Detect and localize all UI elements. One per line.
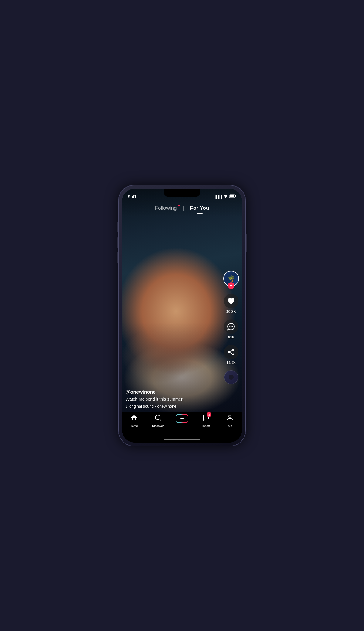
nav-inbox[interactable]: 3 Inbox [194,414,218,428]
following-tab[interactable]: Following [153,204,179,212]
notch [164,189,200,197]
battery-icon [229,194,236,199]
nav-create[interactable]: + [170,414,194,423]
comment-button[interactable] [224,319,238,334]
plus-icon: + [180,416,184,422]
nav-divider: | [183,205,184,211]
profile-icon [226,414,234,423]
home-bar [164,439,200,440]
signal-icon: ▐▐▐ [214,195,222,199]
bottom-navigation: Home Discover + [122,412,242,436]
nav-tabs: Following | For You [153,204,212,212]
avatar-container[interactable]: 🌴 + [223,271,239,287]
home-indicator [122,436,242,443]
me-label: Me [228,424,232,428]
inbox-badge: 3 [207,412,211,417]
music-disc [224,370,238,384]
nav-home[interactable]: Home [122,414,146,428]
discover-icon [154,414,162,423]
svg-point-7 [229,415,231,417]
wifi-icon [224,195,228,199]
for-you-tab[interactable]: For You [188,204,212,212]
svg-point-4 [231,326,231,327]
svg-point-6 [155,415,160,420]
share-action: 11.2k [224,345,238,365]
video-feed[interactable]: 9:41 ▐▐▐ [122,189,242,412]
svg-point-5 [232,326,233,327]
creator-username[interactable]: @onewinone [126,389,219,395]
live-dot [178,205,180,206]
like-count: 30.8K [226,310,236,314]
phone-frame: 9:41 ▐▐▐ [118,185,246,446]
svg-rect-1 [235,195,236,197]
creator-avatar-item: 🌴 + [223,271,239,288]
like-button[interactable] [224,294,238,308]
music-note-icon: ♩ [126,404,127,409]
sound-info[interactable]: ♩ original sound - onewinone [126,404,219,409]
comment-action: 918 [224,319,238,339]
inbox-wrapper: 3 [202,414,210,423]
sound-name: original sound - onewinone [129,404,176,409]
home-icon [130,414,138,423]
nav-profile[interactable]: Me [218,414,242,428]
nav-discover[interactable]: Discover [146,414,170,428]
discover-label: Discover [152,424,164,428]
like-action: 30.8K [224,294,238,314]
video-description: Watch me send it this summer. [126,397,219,402]
phone-screen: 9:41 ▐▐▐ [122,189,242,443]
svg-point-3 [229,326,230,327]
svg-rect-2 [230,195,234,197]
follow-button[interactable]: + [228,282,234,289]
status-icons: ▐▐▐ [214,194,236,199]
sound-disc-item[interactable] [224,370,238,384]
home-label: Home [130,424,138,428]
inbox-label: Inbox [202,424,210,428]
music-disc-center [229,375,234,380]
create-button[interactable]: + [176,414,188,423]
action-sidebar: 🌴 + 30.8K [223,271,239,384]
share-button[interactable] [224,345,238,359]
share-count: 11.2k [227,361,236,365]
comment-count: 918 [228,335,234,339]
status-time: 9:41 [128,194,136,199]
video-info: @onewinone Watch me send it this summer.… [126,389,219,409]
avatar-emoji: 🌴 [228,275,235,282]
